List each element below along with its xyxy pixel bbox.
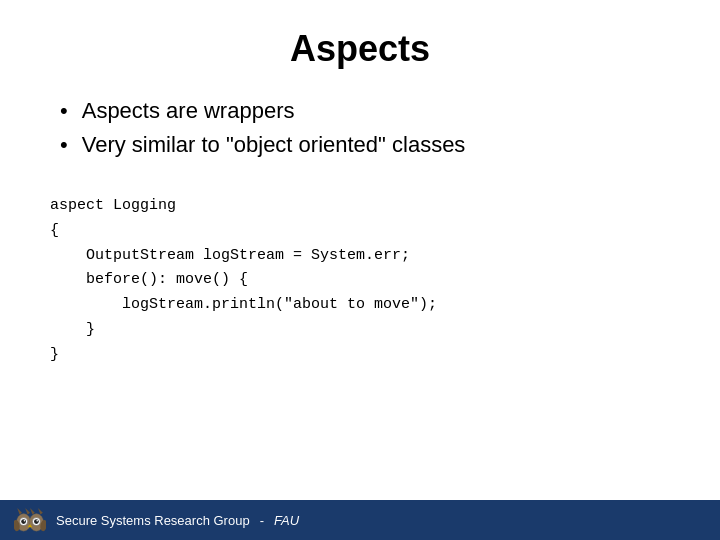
slide-title: Aspects bbox=[40, 28, 680, 70]
code-line-2: { bbox=[50, 219, 680, 244]
svg-marker-2 bbox=[17, 508, 22, 514]
bullet-list: Aspects are wrappers Very similar to "ob… bbox=[40, 98, 680, 166]
bullet-item-2: Very similar to "object oriented" classe… bbox=[60, 132, 680, 158]
code-line-5: before(): move() { bbox=[50, 268, 680, 293]
footer-bar: Secure Systems Research Group - FAU bbox=[0, 500, 720, 540]
bullet-item-1: Aspects are wrappers bbox=[60, 98, 680, 124]
svg-marker-5 bbox=[38, 508, 43, 514]
svg-point-11 bbox=[36, 520, 38, 522]
code-line-7: } bbox=[50, 318, 680, 343]
svg-point-9 bbox=[34, 519, 39, 524]
svg-marker-3 bbox=[25, 508, 30, 514]
svg-point-8 bbox=[21, 519, 26, 524]
slide-container: Aspects Aspects are wrappers Very simila… bbox=[0, 0, 720, 540]
footer-separator: - bbox=[260, 513, 264, 528]
svg-marker-4 bbox=[30, 508, 35, 514]
code-line-6: logStream.println("about to move"); bbox=[50, 293, 680, 318]
code-block: aspect Logging { OutputStream logStream … bbox=[40, 194, 680, 540]
footer-group-label: Secure Systems Research Group bbox=[56, 513, 250, 528]
svg-point-10 bbox=[24, 520, 26, 522]
footer-logo bbox=[14, 506, 46, 534]
code-line-3: OutputStream logStream = System.err; bbox=[50, 244, 680, 269]
code-line-8: } bbox=[50, 343, 680, 368]
owl-icon bbox=[14, 506, 46, 534]
code-line-1: aspect Logging bbox=[50, 194, 680, 219]
footer-university: FAU bbox=[274, 513, 299, 528]
